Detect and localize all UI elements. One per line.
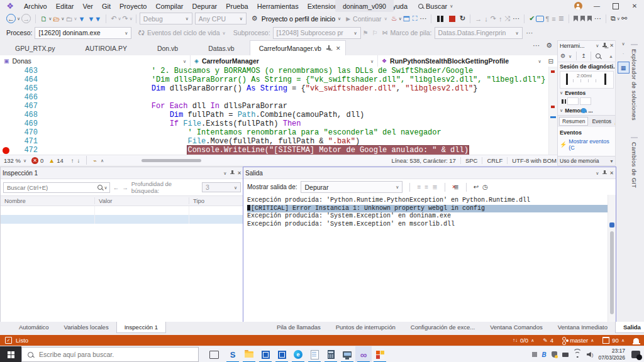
- next-issue-icon[interactable]: ↓: [77, 157, 80, 164]
- indent-decrease-icon[interactable]: ≡: [552, 15, 555, 23]
- flag-outline-icon[interactable]: ⚐: [372, 30, 378, 36]
- account-button[interactable]: [569, 0, 587, 12]
- flag-icon[interactable]: ⚑: [363, 30, 369, 36]
- volume-icon[interactable]: ): [587, 352, 594, 358]
- start-button[interactable]: [0, 346, 21, 362]
- taskbar-app-calculator[interactable]: [323, 346, 339, 362]
- step-over-icon[interactable]: ↷: [491, 14, 496, 23]
- search-back-icon[interactable]: ←: [113, 184, 119, 191]
- undo-icon[interactable]: ↶: [111, 14, 116, 23]
- output-tab-salida[interactable]: Salida: [615, 322, 644, 333]
- toolbar-overflow-icon[interactable]: ⋯: [419, 14, 426, 23]
- notification-center-icon[interactable]: [631, 351, 640, 358]
- git-branch-selector[interactable]: master ∧: [562, 337, 594, 344]
- diagnostics-timeline[interactable]: 2:00mi: [560, 71, 614, 89]
- platform-dropdown[interactable]: Any CPU∨: [195, 13, 247, 25]
- lifecycle-events-label[interactable]: Eventos del ciclo de vida: [147, 29, 220, 36]
- editor-scrollbar[interactable]: [548, 67, 557, 155]
- sync-status[interactable]: ↑↓ 0/0 ∧: [513, 337, 534, 344]
- wifi-icon[interactable]: [574, 351, 582, 358]
- watch-column-nombre[interactable]: Nombre: [1, 197, 95, 204]
- doc-tab-gpu_rtx.py[interactable]: GPU_RTX.py: [0, 41, 70, 55]
- save-icon[interactable]: ▼: [79, 15, 86, 23]
- live-share-icon[interactable]: ⚯: [621, 14, 627, 23]
- watch-grid-empty[interactable]: [1, 224, 243, 322]
- output-source-dropdown[interactable]: Depurar∨: [301, 181, 402, 193]
- next-bookmark-icon[interactable]: [587, 16, 592, 21]
- error-count-icon[interactable]: ✕: [31, 157, 38, 164]
- chevron-down-icon[interactable]: ∨: [17, 16, 20, 21]
- menu-ver[interactable]: Ver: [78, 3, 97, 10]
- watch-column-tipo[interactable]: Tipo: [189, 197, 243, 204]
- properties-tool-icon[interactable]: ▦: [618, 62, 630, 74]
- chevron-down-icon[interactable]: ∨: [223, 171, 226, 175]
- debug-overflow-icon[interactable]: ⋯: [513, 14, 519, 23]
- doc-tab-datas.vb[interactable]: Datas.vb: [193, 41, 249, 55]
- output-scrollbar[interactable]: [608, 195, 616, 322]
- taskbar-search-input[interactable]: [38, 350, 192, 359]
- watch-grid-row-selected[interactable]: [1, 215, 243, 224]
- watch-column-valor[interactable]: Valor: [95, 197, 189, 204]
- code-line[interactable]: 464 'Dim dllsParaBorrar() As String = {"…: [0, 75, 557, 84]
- map-mode-icon[interactable]: ⤨: [504, 14, 510, 23]
- search-forward-icon[interactable]: →: [122, 184, 128, 191]
- process-dropdown[interactable]: [12620] doninam.exe∨: [35, 27, 131, 39]
- breakpoint-dot[interactable]: [3, 147, 9, 154]
- timestamp-icon[interactable]: ◷: [482, 184, 488, 190]
- show-threads-icon[interactable]: ⋈: [382, 30, 388, 36]
- break-all-button[interactable]: [437, 16, 443, 22]
- chevron-down-icon[interactable]: ∨: [130, 16, 133, 21]
- chevron-down-icon[interactable]: ∨: [596, 43, 599, 48]
- tab-settings-gear-icon[interactable]: ⚙: [546, 41, 552, 50]
- menu-git[interactable]: Git: [97, 3, 115, 10]
- code-cleanup-broom-icon[interactable]: ⌁: [93, 157, 97, 164]
- taskbar-app-remote[interactable]: [339, 346, 355, 362]
- output-tab-ventana-comandos[interactable]: Ventana Comandos: [482, 322, 550, 332]
- close-icon[interactable]: ✕: [336, 45, 341, 52]
- thread-dropdown[interactable]: [12048] Subproceso pr∨: [273, 27, 361, 39]
- word-wrap-icon[interactable]: ↩: [474, 184, 479, 190]
- taskbar-app-tiles[interactable]: [372, 346, 388, 362]
- watch-grid-row[interactable]: [1, 206, 243, 215]
- output-tab-pila-de-llamadas[interactable]: Pila de llamadas: [269, 322, 328, 332]
- continue-button[interactable]: ▶ Continuar ∨: [346, 15, 387, 23]
- stack-frame-dropdown[interactable]: Datas.Datas.Fingerprin∨: [435, 27, 523, 39]
- error-count[interactable]: 0: [40, 157, 43, 164]
- code-line[interactable]: 463 ' 2. Buscamos y BORRAMOS (o renombra…: [0, 67, 557, 75]
- gear-icon[interactable]: ⚙: [560, 53, 565, 59]
- code-line[interactable]: 468 Dim fullPath = Path.Combine(camouPat…: [0, 111, 557, 119]
- hot-reload-icon[interactable]: ♨: [391, 14, 397, 23]
- chevron-down-icon[interactable]: ∨: [104, 185, 108, 190]
- add-item-icon[interactable]: 🗀: [65, 15, 72, 23]
- goto-previous-message-icon[interactable]: ≡: [417, 184, 421, 190]
- code-line[interactable]: 469 If File.Exists(fullPath) Then: [0, 119, 557, 128]
- redo-icon[interactable]: ↷: [123, 14, 128, 23]
- compare-icon[interactable]: ⧉: [611, 14, 616, 23]
- output-line[interactable]: Excepción producida: 'Python.Runtime.Pyt…: [247, 197, 612, 205]
- pin-icon[interactable]: [326, 45, 331, 51]
- new-project-icon[interactable]: 🗋: [40, 15, 47, 23]
- menu-editar[interactable]: Editar: [52, 3, 79, 10]
- scroll-up-icon[interactable]: ▲: [609, 54, 613, 58]
- previous-bookmark-icon[interactable]: [580, 16, 585, 21]
- toggle-bookmark-icon[interactable]: [574, 16, 578, 21]
- open-windows-count[interactable]: 90 ∧: [602, 337, 625, 344]
- chevron-down-icon[interactable]: ∨: [118, 16, 121, 21]
- output-body[interactable]: Excepción producida: 'Python.Runtime.Pyt…: [243, 195, 616, 322]
- code-line[interactable]: 466: [0, 93, 557, 102]
- close-button[interactable]: ✕: [625, 0, 644, 12]
- menu-archivo[interactable]: Archivo: [19, 3, 52, 10]
- lifecycle-events-icon[interactable]: 🗘: [138, 29, 145, 36]
- side-tab-explorador-de-soluciones[interactable]: Explorador de soluciones: [631, 44, 638, 121]
- taskbar-app-window-2[interactable]: [274, 346, 290, 362]
- output-line[interactable]: Excepción producida: 'System.Exception' …: [247, 221, 612, 229]
- menu-compilar[interactable]: Compilar: [151, 3, 187, 10]
- diagnostics-tab-eventos[interactable]: Eventos: [589, 118, 614, 125]
- debug-tab-inspecci-n-1[interactable]: Inspección 1: [116, 322, 166, 333]
- restart-button[interactable]: ↻: [460, 14, 465, 23]
- indent-increase-icon[interactable]: ≣: [558, 14, 564, 23]
- memory-section-header[interactable]: ∨Memoria ...: [558, 106, 616, 115]
- code-line[interactable]: 467 For Each dll In dllsParaBorrar: [0, 102, 557, 111]
- project-dropdown[interactable]: ▣ Donas∨: [0, 55, 191, 67]
- taskbar-app-visual-studio[interactable]: ∞: [355, 346, 372, 362]
